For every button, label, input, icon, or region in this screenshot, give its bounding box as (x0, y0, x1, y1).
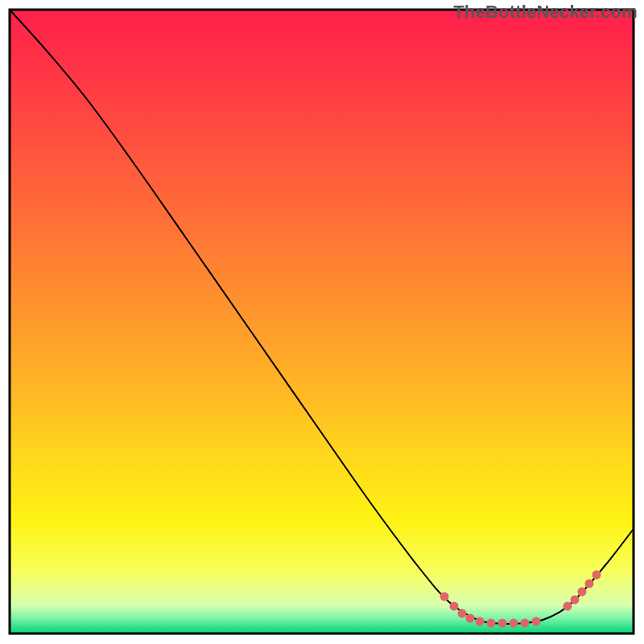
highlight-dot (458, 609, 467, 618)
highlight-dot (564, 602, 572, 611)
highlight-dot (466, 614, 475, 623)
highlight-dot (585, 580, 594, 588)
highlight-dot (498, 619, 507, 628)
plot-background (10, 10, 634, 634)
bottleneck-chart (0, 0, 644, 644)
highlight-dot (592, 571, 601, 580)
highlight-dot (521, 619, 530, 628)
highlight-dot (487, 619, 496, 628)
watermark-text: TheBottleNecker.com (453, 2, 638, 23)
highlight-dot (578, 588, 587, 597)
highlight-dot (532, 617, 541, 626)
highlight-dot (476, 617, 485, 626)
highlight-dot (510, 619, 518, 628)
highlight-dot (571, 596, 580, 605)
highlight-dot (440, 592, 449, 601)
chart-stage: TheBottleNecker.com (0, 0, 644, 644)
highlight-dot (450, 602, 459, 611)
